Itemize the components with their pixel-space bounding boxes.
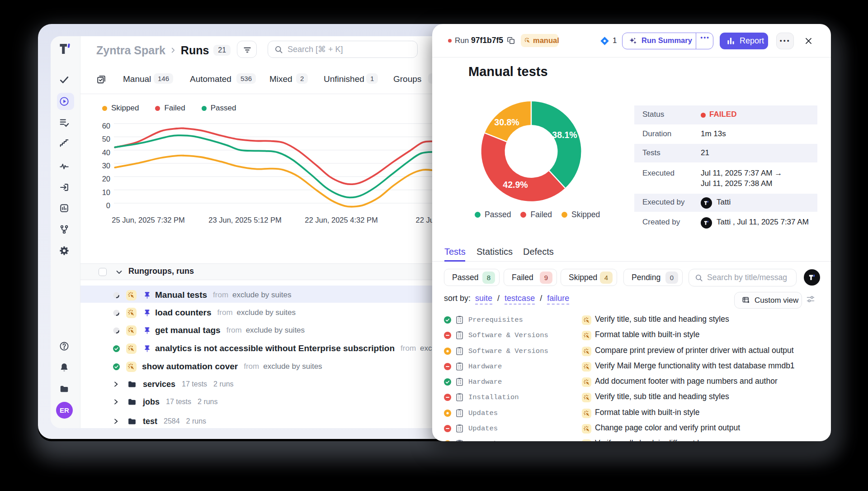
svg-text:30.8%: 30.8% <box>494 117 519 127</box>
svg-text:42.9%: 42.9% <box>503 180 528 190</box>
svg-text:10: 10 <box>102 188 110 196</box>
svg-text:23 Jun, 2025 5:12 PM: 23 Jun, 2025 5:12 PM <box>208 216 281 224</box>
svg-text:30: 30 <box>102 162 110 170</box>
svg-text:50: 50 <box>102 135 110 143</box>
svg-text:20: 20 <box>102 175 110 183</box>
svg-text:38.1%: 38.1% <box>552 130 577 140</box>
svg-text:22 Jun, 2025 4:32 PM: 22 Jun, 2025 4:32 PM <box>305 216 377 224</box>
svg-text:60: 60 <box>102 122 110 130</box>
svg-text:0: 0 <box>106 201 110 210</box>
svg-text:25 Jun, 2025 7:32 PM: 25 Jun, 2025 7:32 PM <box>112 216 184 224</box>
svg-text:40: 40 <box>102 148 110 157</box>
